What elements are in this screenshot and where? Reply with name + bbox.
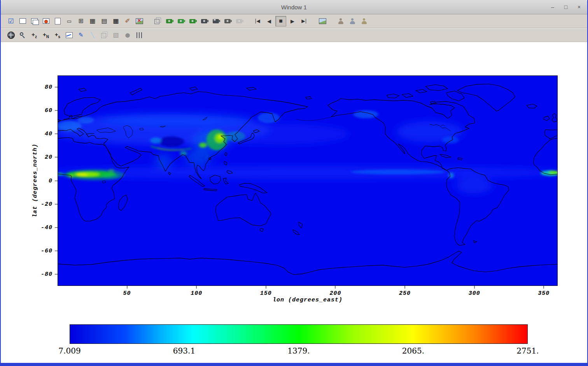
colorbar-labels: 7.009693.11379.2065.2751. — [70, 346, 528, 357]
colorbar-label: 2065. — [402, 346, 424, 355]
pen-icon[interactable]: ✎ — [75, 30, 86, 40]
colorbar-label: 2751. — [516, 346, 539, 355]
plot[interactable] — [58, 75, 558, 286]
x-tick-mark — [196, 286, 197, 289]
box-icon-glyph — [101, 33, 106, 38]
zoom-icon[interactable] — [17, 30, 28, 40]
printer-setup-icon-glyph — [361, 18, 367, 24]
grid-icon[interactable]: ⊞ — [75, 16, 86, 26]
camera-x-icon-glyph — [213, 19, 219, 23]
y-tick-mark — [55, 180, 58, 181]
y-tick-label: 0 — [49, 177, 52, 184]
play-reverse-icon[interactable]: ◀ — [264, 16, 275, 26]
camera-dark2-icon[interactable] — [222, 16, 233, 26]
landscape-page-icon[interactable]: ▭ — [64, 16, 75, 26]
play-icon[interactable]: ▶ — [287, 16, 298, 26]
line-tool-icon[interactable]: ╲ — [87, 30, 98, 40]
camera-dark-icon[interactable] — [199, 16, 210, 26]
keyboard-icon[interactable]: ▤ — [99, 16, 110, 26]
x-tick-label: 100 — [191, 290, 202, 297]
canvas: lat (degrees_north) 806040200-20-40-60-8… — [1, 42, 587, 363]
minimize-button[interactable]: – — [548, 2, 558, 12]
add-n-button[interactable]: +N — [40, 30, 51, 40]
zoom-icon-glyph — [19, 32, 26, 38]
y-tick-mark — [55, 87, 58, 88]
x-tick-label: 250 — [399, 290, 411, 297]
brush-icon-glyph: ✐ — [125, 18, 130, 24]
x-tick-label: 150 — [260, 290, 272, 297]
box-solid-icon[interactable]: ▧ — [110, 30, 121, 40]
y-tick-mark — [55, 274, 58, 274]
y-tick-mark — [55, 134, 58, 134]
toolbar-separator — [145, 14, 151, 28]
record-window-icon[interactable] — [40, 16, 51, 26]
y-tick-mark — [55, 110, 58, 111]
printer-color-icon[interactable] — [347, 16, 358, 26]
image-icon[interactable] — [317, 16, 328, 26]
close-button[interactable]: × — [574, 2, 584, 12]
image-discard-icon-glyph — [136, 18, 143, 24]
page-icon[interactable] — [52, 16, 63, 26]
printer-icon[interactable] — [335, 16, 346, 26]
x-tick-label: 350 — [538, 290, 550, 297]
camera-icon[interactable] — [175, 16, 186, 26]
duplicate-window-icon-glyph — [31, 18, 38, 24]
film-camera-icon[interactable] — [164, 16, 175, 26]
toolbar-separator — [245, 14, 251, 28]
titlebar[interactable]: Window 1 –□× — [1, 0, 587, 14]
add-s-button[interactable]: +s — [52, 30, 63, 40]
sliders-icon-glyph — [136, 32, 142, 38]
printer-setup-icon[interactable] — [359, 16, 369, 26]
step-back-icon-glyph: |◀ — [255, 19, 260, 23]
colorbar — [70, 324, 528, 344]
window-icon[interactable] — [17, 16, 28, 26]
add-z-button[interactable]: +z — [29, 30, 40, 40]
printer-icon-glyph — [338, 18, 344, 24]
checkbox-icon[interactable]: ☑ — [5, 16, 16, 26]
camera-dark-icon-glyph — [201, 19, 207, 23]
step-back-icon[interactable]: |◀ — [252, 16, 263, 26]
x-tick-label: 300 — [469, 290, 480, 297]
x-axis-label: lon (degrees_east) — [58, 297, 558, 303]
add-s-button-glyph: +s — [55, 31, 60, 39]
line-plot-icon[interactable] — [64, 30, 75, 40]
x-tick-mark — [405, 286, 405, 289]
x-tick-mark — [544, 286, 544, 289]
camera-alt-icon[interactable] — [187, 16, 198, 26]
table-icon[interactable]: ▦ — [87, 16, 98, 26]
pen-icon-glyph: ✎ — [79, 32, 84, 38]
line-plot-icon-glyph — [66, 32, 73, 38]
grid-bold-icon[interactable]: ▦ — [110, 16, 121, 26]
y-tick-mark — [55, 250, 58, 251]
stop-icon[interactable]: ■ — [275, 16, 286, 26]
line-tool-icon-glyph: ╲ — [91, 32, 94, 38]
duplicate-window-icon[interactable] — [29, 16, 40, 26]
brush-icon[interactable]: ✐ — [122, 16, 133, 26]
compass-icon[interactable] — [5, 30, 16, 40]
cube-icon[interactable] — [152, 16, 163, 26]
record-window-icon-glyph — [43, 18, 49, 24]
step-forward-icon[interactable]: ▶| — [299, 16, 310, 26]
y-tick-label: -20 — [41, 201, 52, 207]
box-icon[interactable] — [99, 30, 110, 40]
sphere-icon-glyph: ● — [125, 32, 130, 38]
window-title: Window 1 — [281, 4, 307, 11]
box-solid-icon-glyph: ▧ — [113, 32, 119, 38]
step-forward-icon-glyph: ▶| — [301, 19, 306, 23]
app-window: Window 1 –□× ☑▭⊞▦▤▦✐|◀◀■▶▶| +z+N+s✎╲▧● l… — [0, 0, 588, 366]
sphere-icon[interactable]: ● — [122, 30, 133, 40]
keyboard-icon-glyph: ▤ — [101, 18, 107, 24]
camera-x-icon[interactable] — [210, 16, 221, 26]
camera-disabled-icon[interactable] — [234, 16, 245, 26]
maximize-button[interactable]: □ — [561, 2, 571, 12]
compass-icon-glyph — [7, 32, 15, 39]
colorbar-label: 693.1 — [173, 346, 195, 355]
y-tick-label: -40 — [41, 224, 52, 231]
sliders-icon[interactable] — [134, 30, 145, 40]
x-tick-label: 50 — [123, 290, 131, 297]
camera-disabled-icon-glyph — [236, 19, 242, 23]
x-tick-mark — [474, 286, 474, 289]
printer-color-icon-glyph — [350, 18, 355, 24]
image-discard-icon[interactable] — [134, 16, 145, 26]
camera-icon-glyph — [178, 19, 184, 23]
